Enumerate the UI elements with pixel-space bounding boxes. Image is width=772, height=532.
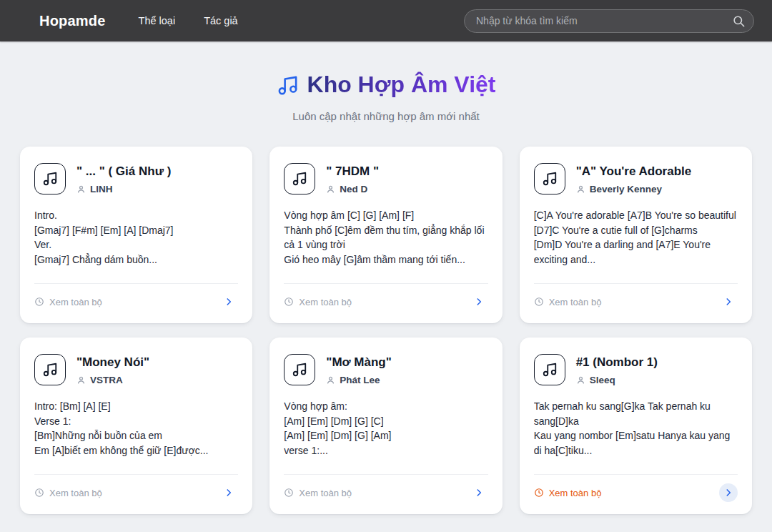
artist-row: LINH <box>76 184 171 194</box>
card-title-block: #1 (Nombor 1) Sleeq <box>576 354 658 385</box>
music-note-icon <box>284 354 315 385</box>
song-card[interactable]: "A" You're Adorable Beverly Kenney [C]A … <box>520 147 752 323</box>
music-note-icon <box>284 163 315 194</box>
chevron-right-icon[interactable] <box>719 292 738 311</box>
page-title-text: Kho Hợp Âm Việt <box>307 72 496 98</box>
artist-name: Beverly Kenney <box>590 184 662 194</box>
chevron-right-icon[interactable] <box>470 483 488 502</box>
card-footer: Xem toàn bộ <box>534 474 738 502</box>
view-full-label: Xem toàn bộ <box>549 488 602 498</box>
view-full-link[interactable]: Xem toàn bộ <box>284 297 352 307</box>
clock-icon <box>284 297 294 307</box>
song-card[interactable]: #1 (Nombor 1) Sleeq Tak pernah ku sang[G… <box>520 338 752 514</box>
artist-name: VSTRA <box>90 375 123 385</box>
view-full-link[interactable]: Xem toàn bộ <box>534 488 602 498</box>
view-full-label: Xem toàn bộ <box>49 488 102 498</box>
song-card[interactable]: " 7HDM " Ned D Vòng hợp âm [C] [G] [Am] … <box>269 147 502 323</box>
chord-preview: Intro: [Bm] [A] [E] Verse 1: [Bm]Những n… <box>34 399 238 458</box>
song-card[interactable]: "Money Nói" VSTRA Intro: [Bm] [A] [E] Ve… <box>20 338 252 514</box>
clock-icon <box>534 488 544 498</box>
music-note-icon <box>34 354 66 385</box>
card-header: " ... " ( Giá Như ) LINH <box>34 163 238 194</box>
view-full-link[interactable]: Xem toàn bộ <box>534 297 602 307</box>
card-title-block: "A" You're Adorable Beverly Kenney <box>576 163 692 194</box>
card-title-block: "Money Nói" VSTRA <box>76 354 149 385</box>
song-title[interactable]: "Money Nói" <box>76 355 149 370</box>
person-icon <box>76 184 86 194</box>
song-card[interactable]: " ... " ( Giá Như ) LINH Intro. [Gmaj7] … <box>20 147 252 323</box>
clock-icon <box>34 488 44 498</box>
song-title[interactable]: #1 (Nombor 1) <box>576 355 658 370</box>
site-logo[interactable]: Hopamde <box>39 13 106 29</box>
card-header: "Money Nói" VSTRA <box>34 354 238 385</box>
page-title: Kho Hợp Âm Việt <box>277 72 496 98</box>
artist-name: Phát Lee <box>340 375 380 385</box>
chord-preview: Vòng hợp âm [C] [G] [Am] [F] Thành phố [… <box>284 208 488 267</box>
person-icon <box>576 184 585 194</box>
card-footer: Xem toàn bộ <box>34 474 238 502</box>
search-box <box>464 9 754 33</box>
card-header: "A" You're Adorable Beverly Kenney <box>534 163 738 194</box>
card-header: #1 (Nombor 1) Sleeq <box>534 354 738 385</box>
card-title-block: " ... " ( Giá Như ) LINH <box>76 163 171 194</box>
hero-section: Kho Hợp Âm Việt Luôn cập nhật những hợp … <box>0 72 772 122</box>
artist-name: Ned D <box>340 184 367 194</box>
chord-preview: Intro. [Gmaj7] [F#m] [Em] [A] [Dmaj7] Ve… <box>34 208 238 267</box>
song-card[interactable]: "Mơ Màng" Phát Lee Vòng hợp âm: [Am] [Em… <box>269 338 502 514</box>
music-note-icon <box>277 74 299 97</box>
view-full-label: Xem toàn bộ <box>49 297 102 307</box>
chevron-right-icon[interactable] <box>719 483 738 502</box>
view-full-link[interactable]: Xem toàn bộ <box>34 297 102 307</box>
song-title[interactable]: " ... " ( Giá Như ) <box>76 164 171 179</box>
artist-row: Beverly Kenney <box>576 184 692 194</box>
card-footer: Xem toàn bộ <box>284 283 488 311</box>
person-icon <box>76 375 86 385</box>
song-title[interactable]: "Mơ Màng" <box>326 355 391 370</box>
music-note-icon <box>534 163 565 194</box>
view-full-label: Xem toàn bộ <box>299 488 352 498</box>
clock-icon <box>284 488 294 498</box>
top-navigation-bar: Hopamde Thể loại Tác giả <box>0 0 772 41</box>
search-input[interactable] <box>464 9 754 33</box>
chord-preview: [C]A You're adorable [A7]B You're so bea… <box>534 208 738 267</box>
clock-icon <box>34 297 44 307</box>
page-subtitle: Luôn cập nhật những hợp âm mới nhất <box>0 110 772 122</box>
view-full-link[interactable]: Xem toàn bộ <box>284 488 352 498</box>
music-note-icon <box>34 163 66 194</box>
search-icon[interactable] <box>732 14 746 28</box>
song-title[interactable]: " 7HDM " <box>326 164 379 179</box>
artist-row: Phát Lee <box>326 375 391 385</box>
view-full-label: Xem toàn bộ <box>549 297 602 307</box>
song-title[interactable]: "A" You're Adorable <box>576 164 692 179</box>
person-icon <box>326 184 335 194</box>
chord-preview: Vòng hợp âm: [Am] [Em] [Dm] [G] [C] [Am]… <box>284 399 488 458</box>
card-footer: Xem toàn bộ <box>34 283 238 311</box>
artist-name: Sleeq <box>590 375 615 385</box>
card-title-block: "Mơ Màng" Phát Lee <box>326 354 391 385</box>
view-full-link[interactable]: Xem toàn bộ <box>34 488 102 498</box>
card-footer: Xem toàn bộ <box>534 283 738 311</box>
artist-row: VSTRA <box>76 375 149 385</box>
main-nav: Thể loại Tác giả <box>139 15 238 26</box>
card-header: " 7HDM " Ned D <box>284 163 488 194</box>
nav-item-tac-gia[interactable]: Tác giả <box>204 15 238 26</box>
chord-preview: Tak pernah ku sang[G]ka Tak pernah ku sa… <box>534 399 738 458</box>
music-note-icon <box>534 354 565 385</box>
person-icon <box>326 375 335 385</box>
song-card-grid: " ... " ( Giá Như ) LINH Intro. [Gmaj7] … <box>20 147 752 514</box>
nav-item-the-loai[interactable]: Thể loại <box>139 15 176 26</box>
person-icon <box>576 375 585 385</box>
chevron-right-icon[interactable] <box>470 292 488 311</box>
artist-row: Sleeq <box>576 375 658 385</box>
view-full-label: Xem toàn bộ <box>299 297 352 307</box>
artist-name: LINH <box>90 184 113 194</box>
clock-icon <box>534 297 544 307</box>
chevron-right-icon[interactable] <box>219 483 238 502</box>
card-header: "Mơ Màng" Phát Lee <box>284 354 488 385</box>
chevron-right-icon[interactable] <box>219 292 238 311</box>
card-title-block: " 7HDM " Ned D <box>326 163 379 194</box>
artist-row: Ned D <box>326 184 379 194</box>
card-footer: Xem toàn bộ <box>284 474 488 502</box>
